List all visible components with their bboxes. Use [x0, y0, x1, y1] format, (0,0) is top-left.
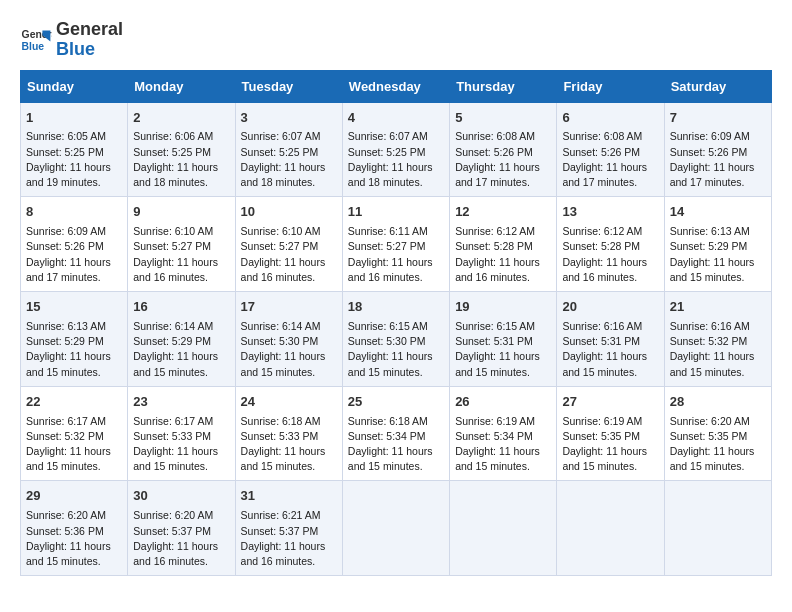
cell-info: and 17 minutes. — [26, 270, 122, 285]
cell-info: and 16 minutes. — [455, 270, 551, 285]
cell-info: Sunrise: 6:15 AM — [348, 319, 444, 334]
cell-info: Daylight: 11 hours — [133, 255, 229, 270]
calendar-cell — [342, 481, 449, 576]
calendar-cell: 10Sunrise: 6:10 AMSunset: 5:27 PMDayligh… — [235, 197, 342, 292]
calendar-cell: 26Sunrise: 6:19 AMSunset: 5:34 PMDayligh… — [450, 386, 557, 481]
cell-info: Sunset: 5:27 PM — [133, 239, 229, 254]
week-row-5: 29Sunrise: 6:20 AMSunset: 5:36 PMDayligh… — [21, 481, 772, 576]
day-number: 5 — [455, 109, 551, 128]
cell-info: Sunrise: 6:16 AM — [562, 319, 658, 334]
day-number: 24 — [241, 393, 337, 412]
cell-info: Sunset: 5:25 PM — [133, 145, 229, 160]
cell-info: and 15 minutes. — [241, 459, 337, 474]
day-number: 3 — [241, 109, 337, 128]
cell-info: Sunset: 5:30 PM — [348, 334, 444, 349]
calendar-cell: 6Sunrise: 6:08 AMSunset: 5:26 PMDaylight… — [557, 102, 664, 197]
cell-info: and 15 minutes. — [562, 459, 658, 474]
week-row-3: 15Sunrise: 6:13 AMSunset: 5:29 PMDayligh… — [21, 292, 772, 387]
cell-info: Daylight: 11 hours — [562, 349, 658, 364]
cell-info: Daylight: 11 hours — [455, 160, 551, 175]
calendar-cell: 23Sunrise: 6:17 AMSunset: 5:33 PMDayligh… — [128, 386, 235, 481]
day-number: 11 — [348, 203, 444, 222]
cell-info: Sunset: 5:27 PM — [348, 239, 444, 254]
calendar-cell: 19Sunrise: 6:15 AMSunset: 5:31 PMDayligh… — [450, 292, 557, 387]
column-header-friday: Friday — [557, 70, 664, 102]
calendar-cell: 18Sunrise: 6:15 AMSunset: 5:30 PMDayligh… — [342, 292, 449, 387]
cell-info: Daylight: 11 hours — [241, 160, 337, 175]
cell-info: Sunset: 5:25 PM — [26, 145, 122, 160]
cell-info: Sunrise: 6:14 AM — [133, 319, 229, 334]
cell-info: Sunrise: 6:17 AM — [133, 414, 229, 429]
cell-info: Sunrise: 6:14 AM — [241, 319, 337, 334]
cell-info: Daylight: 11 hours — [26, 160, 122, 175]
cell-info: Daylight: 11 hours — [26, 255, 122, 270]
cell-info: Sunset: 5:35 PM — [670, 429, 766, 444]
calendar-cell: 1Sunrise: 6:05 AMSunset: 5:25 PMDaylight… — [21, 102, 128, 197]
cell-info: Sunrise: 6:11 AM — [348, 224, 444, 239]
cell-info: Daylight: 11 hours — [670, 255, 766, 270]
cell-info: Daylight: 11 hours — [241, 255, 337, 270]
cell-info: Sunrise: 6:12 AM — [562, 224, 658, 239]
cell-info: and 15 minutes. — [562, 365, 658, 380]
day-number: 1 — [26, 109, 122, 128]
cell-info: Sunset: 5:29 PM — [26, 334, 122, 349]
cell-info: Daylight: 11 hours — [241, 539, 337, 554]
calendar-cell: 11Sunrise: 6:11 AMSunset: 5:27 PMDayligh… — [342, 197, 449, 292]
cell-info: Daylight: 11 hours — [26, 349, 122, 364]
day-number: 27 — [562, 393, 658, 412]
cell-info: Daylight: 11 hours — [348, 160, 444, 175]
cell-info: and 15 minutes. — [670, 270, 766, 285]
calendar-cell: 9Sunrise: 6:10 AMSunset: 5:27 PMDaylight… — [128, 197, 235, 292]
calendar-cell: 17Sunrise: 6:14 AMSunset: 5:30 PMDayligh… — [235, 292, 342, 387]
calendar-cell — [557, 481, 664, 576]
column-header-tuesday: Tuesday — [235, 70, 342, 102]
cell-info: and 15 minutes. — [348, 365, 444, 380]
cell-info: Daylight: 11 hours — [455, 444, 551, 459]
day-number: 20 — [562, 298, 658, 317]
cell-info: Sunrise: 6:09 AM — [670, 129, 766, 144]
cell-info: Daylight: 11 hours — [133, 539, 229, 554]
cell-info: Sunrise: 6:13 AM — [670, 224, 766, 239]
cell-info: and 15 minutes. — [26, 365, 122, 380]
cell-info: Sunrise: 6:20 AM — [670, 414, 766, 429]
cell-info: and 15 minutes. — [133, 365, 229, 380]
calendar-cell: 28Sunrise: 6:20 AMSunset: 5:35 PMDayligh… — [664, 386, 771, 481]
calendar-cell: 27Sunrise: 6:19 AMSunset: 5:35 PMDayligh… — [557, 386, 664, 481]
cell-info: Sunset: 5:26 PM — [455, 145, 551, 160]
day-number: 13 — [562, 203, 658, 222]
day-number: 9 — [133, 203, 229, 222]
cell-info: and 16 minutes. — [241, 554, 337, 569]
day-number: 4 — [348, 109, 444, 128]
week-row-2: 8Sunrise: 6:09 AMSunset: 5:26 PMDaylight… — [21, 197, 772, 292]
calendar-cell: 8Sunrise: 6:09 AMSunset: 5:26 PMDaylight… — [21, 197, 128, 292]
column-header-saturday: Saturday — [664, 70, 771, 102]
column-header-thursday: Thursday — [450, 70, 557, 102]
cell-info: and 15 minutes. — [670, 459, 766, 474]
day-number: 12 — [455, 203, 551, 222]
cell-info: Sunrise: 6:06 AM — [133, 129, 229, 144]
cell-info: and 15 minutes. — [348, 459, 444, 474]
cell-info: Sunset: 5:37 PM — [241, 524, 337, 539]
cell-info: Sunrise: 6:07 AM — [241, 129, 337, 144]
calendar-cell: 31Sunrise: 6:21 AMSunset: 5:37 PMDayligh… — [235, 481, 342, 576]
cell-info: and 15 minutes. — [133, 459, 229, 474]
cell-info: and 17 minutes. — [455, 175, 551, 190]
cell-info: and 15 minutes. — [26, 554, 122, 569]
cell-info: Sunset: 5:29 PM — [133, 334, 229, 349]
column-header-sunday: Sunday — [21, 70, 128, 102]
calendar-cell — [450, 481, 557, 576]
cell-info: Daylight: 11 hours — [133, 160, 229, 175]
calendar-cell: 7Sunrise: 6:09 AMSunset: 5:26 PMDaylight… — [664, 102, 771, 197]
cell-info: and 16 minutes. — [241, 270, 337, 285]
cell-info: Sunset: 5:25 PM — [241, 145, 337, 160]
calendar-cell — [664, 481, 771, 576]
day-number: 26 — [455, 393, 551, 412]
cell-info: and 17 minutes. — [670, 175, 766, 190]
cell-info: Daylight: 11 hours — [562, 444, 658, 459]
calendar-cell: 20Sunrise: 6:16 AMSunset: 5:31 PMDayligh… — [557, 292, 664, 387]
calendar-cell: 16Sunrise: 6:14 AMSunset: 5:29 PMDayligh… — [128, 292, 235, 387]
calendar-cell: 24Sunrise: 6:18 AMSunset: 5:33 PMDayligh… — [235, 386, 342, 481]
day-number: 10 — [241, 203, 337, 222]
cell-info: Sunset: 5:31 PM — [562, 334, 658, 349]
cell-info: Daylight: 11 hours — [241, 349, 337, 364]
